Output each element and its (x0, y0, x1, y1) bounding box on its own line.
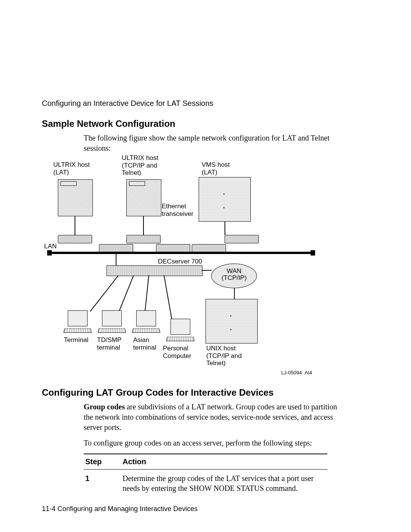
transceiver-1 (58, 235, 92, 243)
label-asian: Asianterminal (133, 336, 156, 351)
transceiver-5 (192, 244, 226, 252)
device-terminal (65, 310, 90, 333)
transceiver-6 (225, 235, 259, 243)
section2-para2: To configure group codes on an access se… (84, 438, 342, 448)
table-row: 1 Determine the group codes of the LAT s… (84, 470, 327, 497)
label-decserver: DECserver 700 (158, 258, 202, 265)
label-tdsmp: TD/SMPterminal (97, 336, 121, 351)
page-header-breadcrumb: Configuring an Interactive Device for LA… (42, 99, 369, 108)
host-ultrix-tcp (126, 179, 161, 216)
host-unix (206, 299, 258, 343)
device-asian (133, 310, 158, 333)
label-unix-host: UNIX host(TCP/IP andTelnet) (206, 345, 242, 367)
label-pc: PersonalComputer (163, 345, 191, 359)
cell-action-1: Determine the group codes of the LAT ser… (121, 470, 327, 497)
section1-intro: The following figure show the sample net… (84, 133, 342, 153)
host-ultrix-lat (58, 179, 93, 216)
transceiver-3 (126, 235, 161, 243)
lan-backbone (49, 252, 312, 254)
label-vms-lat: VMS host(LAT) (202, 161, 230, 176)
cell-step-1: 1 (84, 470, 121, 497)
label-ultrix-lat: ULTRIX host(LAT) (53, 161, 90, 176)
decserver-700 (107, 265, 202, 276)
section2-para1: Group codes are subdivisions of a LAT ne… (84, 402, 342, 433)
section-heading-group-codes: Configuring LAT Group Codes for Interact… (42, 387, 369, 398)
label-ethernet-transceiver: Ethernettransceiver (162, 203, 193, 217)
label-terminal: Terminal (64, 336, 88, 344)
transceiver-2 (99, 244, 133, 252)
host-vms-lat (199, 177, 251, 222)
col-header-step: Step (84, 454, 121, 470)
wan-cloud: WAN(TCP/IP) (211, 264, 257, 288)
bold-group-codes: Group codes (84, 403, 125, 411)
device-tdsmp (99, 310, 124, 333)
steps-table: Step Action 1 Determine the group codes … (84, 454, 327, 496)
label-ultrix-tcp: ULTRIX host(TCP/IP andTelnet) (122, 154, 158, 177)
section-heading-sample-network: Sample Network Configuration (42, 118, 369, 129)
label-wan: WAN(TCP/IP) (221, 267, 247, 281)
col-header-action: Action (121, 454, 327, 470)
page-footer: 11-4 Configuring and Managing Interactiv… (42, 505, 198, 513)
figure-reference-id: LJ-05094 .AI4 (281, 370, 312, 376)
device-pc (167, 319, 193, 342)
network-diagram: ULTRIX host(LAT) ULTRIX host(TCP/IP andT… (42, 159, 316, 376)
transceiver-4 (156, 244, 190, 252)
label-lan: LAN (44, 243, 57, 250)
